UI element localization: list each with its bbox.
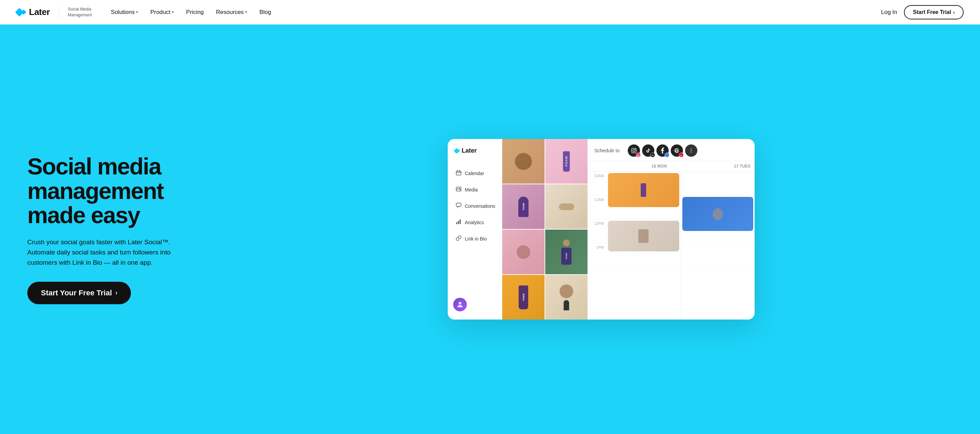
- logo-link[interactable]: Later Social Media Management: [16, 6, 95, 18]
- chevron-down-icon: ▾: [172, 10, 174, 14]
- media-cell-4: [545, 184, 587, 229]
- hero-content: Social media management made easy Crush …: [27, 154, 218, 304]
- sidebar-item-linkinbio[interactable]: Link in Bio: [453, 232, 496, 246]
- svg-rect-5: [458, 221, 459, 224]
- nav-link-pricing[interactable]: Pricing: [181, 6, 209, 18]
- cal-slot-mon-1: [607, 243, 681, 267]
- platform-circles: ig tk f p: [628, 144, 697, 157]
- facebook-badge: f: [665, 153, 669, 157]
- schedule-label: Schedule to: [594, 148, 620, 153]
- platform-extra[interactable]: [685, 144, 697, 157]
- calendar-icon: [456, 170, 461, 177]
- cal-time-10am: 10AM: [587, 172, 607, 196]
- nav-link-resources[interactable]: Resources ▾: [212, 6, 252, 18]
- cal-slot-tues-10: [681, 172, 755, 196]
- app-sidebar: Later Calendar Media: [448, 139, 502, 320]
- logo-text: Later: [29, 7, 50, 17]
- sidebar-avatar-row: [453, 292, 496, 311]
- media-cell-8: [545, 275, 587, 320]
- chevron-down-icon: ▾: [245, 10, 247, 14]
- sidebar-logo: Later: [453, 147, 496, 154]
- cal-time-12pm: 12PM: [587, 219, 607, 243]
- platform-instagram[interactable]: ig: [628, 144, 640, 157]
- cal-time-1pm: 1PM: [587, 243, 607, 267]
- arrow-icon: ›: [953, 10, 955, 15]
- arrow-icon: ›: [115, 289, 117, 296]
- cal-columns: [607, 172, 755, 320]
- sidebar-item-media[interactable]: Media: [453, 183, 496, 196]
- platform-tiktok[interactable]: tk: [642, 144, 654, 157]
- link-icon: [456, 235, 461, 242]
- svg-rect-4: [456, 222, 457, 224]
- hero-subtext: Crush your social goals faster with Late…: [27, 237, 191, 268]
- conversations-icon: [456, 203, 461, 209]
- cal-column-mon: [607, 172, 681, 320]
- svg-point-12: [690, 150, 692, 151]
- nav-links: Solutions ▾ Product ▾ Pricing Resources …: [106, 6, 276, 18]
- cal-slot-mon-11: [607, 196, 681, 219]
- analytics-icon: [456, 219, 461, 226]
- logo-icon: [16, 9, 25, 15]
- logo-divider: [59, 6, 59, 18]
- platform-facebook[interactable]: f: [656, 144, 669, 157]
- login-button[interactable]: Log In: [881, 9, 897, 16]
- cal-column-tues: [681, 172, 755, 320]
- cal-day-mon: 16 MON: [587, 161, 671, 171]
- media-cell-3: FOAM: [502, 184, 544, 229]
- start-free-trial-button[interactable]: Start Free Trial ›: [904, 5, 964, 19]
- svg-rect-8: [632, 148, 636, 153]
- sidebar-linkinbio-label: Link in Bio: [465, 236, 487, 242]
- instagram-badge: ig: [636, 153, 641, 157]
- svg-point-11: [690, 149, 692, 150]
- media-icon: [456, 186, 461, 193]
- svg-rect-0: [456, 171, 461, 175]
- svg-point-9: [633, 150, 635, 152]
- platform-pinterest[interactable]: p: [671, 144, 683, 157]
- app-mockup: Later Calendar Media: [448, 139, 755, 320]
- cal-header: Schedule to ig tk f: [587, 139, 755, 161]
- svg-point-13: [690, 152, 692, 153]
- svg-point-10: [635, 149, 636, 150]
- app-preview: Later Calendar Media: [239, 139, 964, 320]
- sidebar-calendar-label: Calendar: [465, 171, 484, 176]
- nav-link-blog[interactable]: Blog: [255, 6, 276, 18]
- tiktok-badge: tk: [650, 153, 655, 157]
- sidebar-item-conversations[interactable]: Conversations: [453, 199, 496, 213]
- media-cell-7: FOAM: [502, 275, 544, 320]
- sidebar-conversations-label: Conversations: [465, 203, 495, 209]
- cal-slot-tues-11: [681, 196, 755, 219]
- navigation: Later Social Media Management Solutions …: [0, 0, 980, 25]
- nav-left: Later Social Media Management Solutions …: [16, 6, 276, 18]
- cal-slot-mon-10: [607, 172, 681, 196]
- cal-day-tues: 17 TUES: [671, 161, 755, 171]
- media-grid: FOAM FOAM FOAM FOAM: [502, 139, 587, 320]
- app-calendar: Schedule to ig tk f: [587, 139, 755, 320]
- pinterest-badge: p: [679, 153, 684, 157]
- sidebar-logo-icon: [455, 149, 460, 153]
- sidebar-item-calendar[interactable]: Calendar: [453, 166, 496, 180]
- nav-link-product[interactable]: Product ▾: [146, 6, 179, 18]
- hero-heading: Social media management made easy: [27, 154, 218, 227]
- cal-slot-mon-12: [607, 219, 681, 243]
- cal-times: 10AM 11AM 12PM 1PM: [587, 172, 607, 320]
- sidebar-analytics-label: Analytics: [465, 220, 484, 225]
- media-cell-1: [502, 139, 544, 184]
- logo-tagline: Social Media Management: [68, 6, 95, 18]
- user-avatar[interactable]: [453, 298, 467, 311]
- hero-section: Social media management made easy Crush …: [0, 25, 980, 434]
- svg-point-7: [459, 302, 461, 304]
- cal-body: 10AM 11AM 12PM 1PM: [587, 172, 755, 320]
- sidebar-logo-text: Later: [462, 147, 477, 154]
- cal-slot-tues-1: [681, 243, 755, 267]
- sidebar-item-analytics[interactable]: Analytics: [453, 215, 496, 229]
- svg-rect-6: [460, 219, 461, 224]
- svg-point-2: [459, 188, 460, 189]
- sidebar-media-label: Media: [465, 187, 478, 192]
- nav-link-solutions[interactable]: Solutions ▾: [106, 6, 143, 18]
- nav-right: Log In Start Free Trial ›: [881, 5, 964, 19]
- cal-slot-tues-12: [681, 219, 755, 243]
- svg-rect-3: [456, 203, 461, 206]
- hero-cta-button[interactable]: Start Your Free Trial ›: [27, 282, 131, 304]
- cal-days-row: 16 MON 17 TUES: [587, 161, 755, 172]
- chevron-down-icon: ▾: [136, 10, 138, 14]
